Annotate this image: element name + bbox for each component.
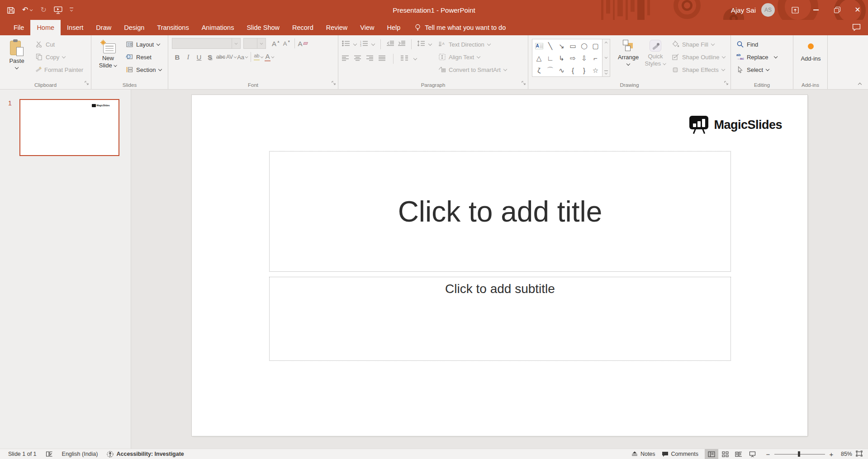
tab-animations[interactable]: Animations bbox=[195, 20, 241, 35]
font-color-button[interactable]: A bbox=[264, 52, 275, 62]
tab-review[interactable]: Review bbox=[320, 20, 354, 35]
start-slideshow-button[interactable] bbox=[54, 6, 62, 14]
tab-slide-show[interactable]: Slide Show bbox=[240, 20, 286, 35]
tab-transitions[interactable]: Transitions bbox=[151, 20, 195, 35]
font-dialog-launcher[interactable] bbox=[332, 79, 336, 87]
title-placeholder[interactable]: Click to add title bbox=[269, 151, 731, 272]
shape-effects-button[interactable]: Shape Effects bbox=[670, 64, 727, 75]
zoom-slider[interactable] bbox=[774, 451, 825, 457]
restore-button[interactable] bbox=[826, 0, 847, 20]
addins-button[interactable]: Add-ins bbox=[797, 38, 825, 80]
strikethrough-button[interactable]: abc bbox=[215, 52, 226, 62]
paste-chevron-icon[interactable] bbox=[15, 66, 19, 70]
bullets-chevron-icon[interactable] bbox=[353, 43, 357, 46]
ribbon-display-options-button[interactable] bbox=[785, 0, 806, 20]
tab-view[interactable]: View bbox=[354, 20, 380, 35]
shape-triangle[interactable]: △ bbox=[533, 52, 545, 64]
shape-right-brace[interactable]: } bbox=[579, 64, 590, 76]
close-button[interactable]: ✕ bbox=[847, 0, 868, 20]
zoom-out-button[interactable]: − bbox=[765, 450, 771, 458]
customize-qat-button[interactable] bbox=[70, 8, 73, 13]
arrange-button[interactable]: Arrange bbox=[614, 38, 643, 80]
view-reading-button[interactable] bbox=[732, 449, 745, 459]
format-painter-button[interactable]: Format Painter bbox=[33, 64, 85, 75]
font-name-combo[interactable] bbox=[172, 38, 241, 49]
gallery-scroll-down-icon[interactable] bbox=[605, 56, 607, 59]
collapse-ribbon-button[interactable] bbox=[858, 79, 862, 87]
view-slide-sorter-button[interactable] bbox=[718, 449, 732, 459]
shape-curve[interactable]: ∿ bbox=[556, 64, 567, 76]
tab-design[interactable]: Design bbox=[118, 20, 151, 35]
change-case-button[interactable]: Aa bbox=[237, 52, 248, 62]
shape-corner[interactable]: ⌐ bbox=[590, 52, 601, 64]
numbering-button[interactable]: 123 bbox=[360, 40, 368, 48]
replace-button[interactable]: ab→ac Replace bbox=[735, 52, 779, 62]
clear-formatting-button[interactable]: A bbox=[297, 38, 308, 49]
shape-rectangle[interactable]: ▭ bbox=[567, 40, 579, 52]
gallery-scroll-up-icon[interactable] bbox=[605, 41, 607, 44]
columns-chevron-icon[interactable] bbox=[413, 57, 417, 61]
shape-oval[interactable]: ◯ bbox=[579, 40, 590, 52]
quick-styles-button[interactable]: QuickStyles bbox=[643, 38, 668, 80]
avatar[interactable]: AS bbox=[761, 3, 775, 17]
tell-me-box[interactable]: Tell me what you want to do bbox=[415, 20, 506, 35]
section-chevron-icon[interactable] bbox=[158, 68, 162, 71]
section-button[interactable]: Section bbox=[124, 64, 164, 75]
tab-insert[interactable]: Insert bbox=[61, 20, 90, 35]
slide[interactable]: MagicSlides Click to add title Click to … bbox=[192, 95, 807, 436]
shape-scribble[interactable]: ζ bbox=[533, 64, 545, 76]
tab-help[interactable]: Help bbox=[380, 20, 407, 35]
line-spacing-button[interactable] bbox=[417, 40, 425, 48]
shape-down-arrow[interactable]: ⇩ bbox=[579, 52, 590, 64]
highlight-color-button[interactable]: ab bbox=[253, 52, 264, 62]
undo-dropdown-chevron-icon[interactable] bbox=[30, 9, 33, 11]
character-spacing-button[interactable]: AV bbox=[226, 52, 237, 62]
align-text-button[interactable]: Align Text bbox=[436, 52, 509, 62]
tab-file[interactable]: File bbox=[7, 20, 30, 35]
select-button[interactable]: Select bbox=[735, 64, 779, 75]
columns-button[interactable] bbox=[401, 55, 408, 63]
language-indicator[interactable]: English (India) bbox=[62, 451, 98, 457]
align-left-button[interactable] bbox=[342, 55, 349, 63]
align-right-button[interactable] bbox=[366, 55, 374, 63]
shape-line[interactable]: ╲ bbox=[545, 40, 556, 52]
bullets-button[interactable] bbox=[342, 40, 350, 48]
zoom-slider-thumb[interactable] bbox=[798, 451, 800, 457]
increase-indent-button[interactable] bbox=[398, 40, 406, 48]
shape-text-box[interactable]: A bbox=[535, 43, 543, 49]
shrink-font-button[interactable]: A▼ bbox=[281, 38, 292, 49]
shape-star[interactable]: ☆ bbox=[590, 64, 601, 76]
shape-outline-button[interactable]: Shape Outline bbox=[670, 52, 727, 62]
cut-button[interactable]: Cut bbox=[33, 39, 85, 50]
copy-chevron-icon[interactable] bbox=[62, 55, 66, 59]
convert-to-smartart-button[interactable]: Convert to SmartArt bbox=[436, 64, 509, 75]
shape-right-arrow[interactable]: ⇨ bbox=[567, 52, 579, 64]
new-slide-chevron-icon[interactable] bbox=[114, 64, 117, 67]
comments-button[interactable]: Comments bbox=[662, 451, 698, 457]
drawing-dialog-launcher[interactable] bbox=[724, 79, 729, 87]
grow-font-button[interactable]: A▲ bbox=[270, 38, 281, 49]
find-button[interactable]: Find bbox=[735, 39, 779, 50]
font-size-combo[interactable] bbox=[243, 38, 266, 49]
justify-button[interactable] bbox=[379, 55, 386, 63]
subtitle-placeholder[interactable]: Click to add subtitle bbox=[269, 277, 731, 361]
spellcheck-button[interactable] bbox=[46, 451, 53, 457]
tab-draw[interactable]: Draw bbox=[90, 20, 118, 35]
new-slide-button[interactable]: NewSlide bbox=[95, 38, 121, 80]
slide-thumbnail[interactable]: MagicSlides bbox=[19, 99, 119, 156]
reset-button[interactable]: Reset bbox=[124, 52, 164, 62]
bold-button[interactable]: B bbox=[172, 52, 183, 62]
view-slideshow-button[interactable] bbox=[745, 449, 759, 459]
text-direction-button[interactable]: A Text Direction bbox=[436, 39, 509, 50]
tab-record[interactable]: Record bbox=[286, 20, 320, 35]
numbering-chevron-icon[interactable] bbox=[371, 43, 375, 46]
paste-button[interactable]: Paste bbox=[4, 38, 30, 80]
zoom-in-button[interactable]: + bbox=[829, 450, 834, 458]
slide-counter[interactable]: Slide 1 of 1 bbox=[8, 451, 37, 457]
redo-button[interactable]: ↻ bbox=[40, 6, 46, 14]
italic-button[interactable]: I bbox=[183, 52, 194, 62]
tab-home[interactable]: Home bbox=[30, 20, 61, 35]
minimize-button[interactable] bbox=[806, 0, 826, 20]
user-name[interactable]: Ajay Sai bbox=[731, 6, 756, 14]
align-center-button[interactable] bbox=[354, 55, 361, 63]
